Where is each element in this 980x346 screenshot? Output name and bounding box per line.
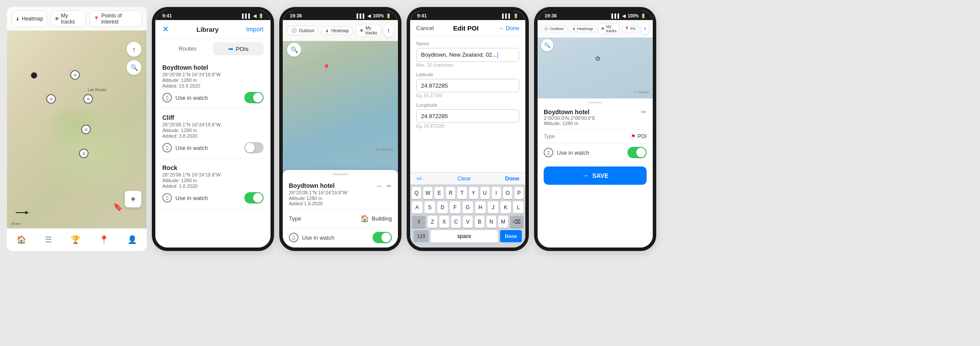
library-close-button[interactable]: ✕ xyxy=(162,24,169,34)
status-icons-2: ▌▌▌ ◀ 🔋 xyxy=(242,14,264,18)
tab-routes[interactable]: Routes xyxy=(162,42,213,55)
s3-tab-outdoor[interactable]: Outdoor xyxy=(287,26,319,35)
poi-watch-label-0: ⌚ Use in watch xyxy=(162,93,208,102)
key-k[interactable]: K xyxy=(500,201,511,214)
s5-tab-outdoor[interactable]: Outdoor xyxy=(541,25,567,32)
tracks-icon: 👁 xyxy=(55,16,59,21)
battery-icon-5: 🔋 xyxy=(641,14,646,18)
detail-type-val: ⚑ POI xyxy=(631,133,647,139)
map-tab-heatmap[interactable]: 🌡 Heatmap xyxy=(11,10,47,27)
detail-watch-icon: ⌚ xyxy=(544,148,553,157)
nav-list[interactable]: ☰ xyxy=(45,235,52,245)
key-p[interactable]: P xyxy=(514,187,524,199)
nav-trophy[interactable]: 🏆 xyxy=(71,235,80,245)
form-lon-input[interactable]: 24.972285 xyxy=(416,109,519,123)
s3-search-button[interactable]: 🔍 xyxy=(287,43,301,57)
key-j[interactable]: J xyxy=(488,201,498,214)
poi-toggle-1[interactable] xyxy=(244,142,264,153)
edit-done-button[interactable]: Done xyxy=(506,25,519,31)
map-bottom-nav: 🏠 ☰ 🏆 📍 👤 xyxy=(7,228,147,251)
key-r[interactable]: R xyxy=(446,187,455,199)
key-done[interactable]: Done xyxy=(500,230,522,242)
poi-icon: 📍 xyxy=(93,16,99,22)
key-e[interactable]: E xyxy=(435,187,444,199)
s5-tab-tracks[interactable]: 👁 My tracks xyxy=(598,23,620,34)
key-z[interactable]: Z xyxy=(428,216,437,228)
toggle-knob-1 xyxy=(245,143,255,153)
key-u[interactable]: U xyxy=(480,187,490,199)
screen-poi-detail: 19:36 ▌▌▌ ◀ 100% 🔋 Outdoor 🌡 Heatmap 👁 M… xyxy=(534,7,656,251)
detail-edit-button[interactable]: ✏ xyxy=(641,109,647,115)
bs-edit-button[interactable]: ✏ xyxy=(387,183,392,190)
key-h[interactable]: H xyxy=(475,201,486,214)
map-compass-button[interactable]: ↑ xyxy=(127,42,141,57)
detail-toggle[interactable] xyxy=(627,147,647,158)
key-b[interactable]: B xyxy=(475,216,484,228)
detail-header: Boydtown hotel 1°00'00.0"N 2°00'00.0"E A… xyxy=(538,106,653,130)
form-name-input[interactable]: Boydtown, New Zealand, 02... xyxy=(416,48,519,62)
map-tab-poi[interactable]: 📍 Points of interest xyxy=(89,10,142,27)
keyboard: +/- Clear Done Q W E R T Y U I O P xyxy=(410,172,525,248)
s3-tab-tracks[interactable]: 👁 My tracks xyxy=(356,24,381,37)
s5-navigate-button[interactable]: ↑ xyxy=(641,23,649,35)
edit-poi-content: Cancel Edit POI → Done Name Boydtown, Ne… xyxy=(410,20,525,248)
map-tab-tracks[interactable]: 👁 My tracks xyxy=(51,10,86,27)
edit-form: Name Boydtown, New Zealand, 02... Max. 3… xyxy=(410,37,525,172)
status-time-5: 19:36 xyxy=(545,13,557,18)
bs-toggle[interactable] xyxy=(373,232,392,243)
key-s[interactable]: S xyxy=(425,201,435,214)
edit-cancel-button[interactable]: Cancel xyxy=(416,25,434,31)
key-space[interactable]: space xyxy=(431,230,498,242)
key-m[interactable]: M xyxy=(498,216,508,228)
s3-navigate-button[interactable]: ↑ xyxy=(384,24,394,37)
edit-done-arrow-icon: → xyxy=(498,25,504,32)
kbd-row-2: ⇧ Z X C V B N M ⌫ xyxy=(412,216,524,228)
save-button[interactable]: → SAVE xyxy=(544,166,647,185)
map-bookmark[interactable]: 🔖 xyxy=(113,202,123,212)
tab-pois[interactable]: ➡ POIs xyxy=(213,42,264,55)
kbd-plus-minus-button[interactable]: +/- xyxy=(416,175,423,182)
key-l[interactable]: L xyxy=(513,201,524,214)
key-d[interactable]: D xyxy=(437,201,448,214)
key-q[interactable]: Q xyxy=(412,187,421,199)
key-n[interactable]: N xyxy=(487,216,496,228)
key-123[interactable]: 123 xyxy=(414,230,428,242)
key-t[interactable]: T xyxy=(457,187,466,199)
key-w[interactable]: W xyxy=(423,187,432,199)
key-y[interactable]: Y xyxy=(469,187,478,199)
map-zoom-plus-button[interactable]: + xyxy=(125,191,141,207)
key-x[interactable]: X xyxy=(439,216,449,228)
key-a[interactable]: A xyxy=(412,201,422,214)
key-f[interactable]: F xyxy=(450,201,460,214)
kbd-clear-button[interactable]: Clear xyxy=(457,175,471,182)
key-c[interactable]: C xyxy=(451,216,461,228)
form-lat-input[interactable]: 24.972285 xyxy=(416,79,519,92)
key-i[interactable]: I xyxy=(492,187,501,199)
edit-done-group[interactable]: → Done xyxy=(498,25,519,32)
nav-poi[interactable]: 📍 xyxy=(99,235,109,245)
detail-sheet: Boydtown hotel 1°00'00.0"N 2°00'00.0"E A… xyxy=(538,98,653,248)
kbd-row-0: Q W E R T Y U I O P xyxy=(412,187,524,199)
key-backspace[interactable]: ⌫ xyxy=(510,216,524,228)
bs-navigate-button[interactable]: → xyxy=(375,182,382,190)
key-shift[interactable]: ⇧ xyxy=(412,216,425,228)
map-search-button[interactable]: 🔍 xyxy=(127,60,141,75)
s5-tab-heatmap[interactable]: 🌡 Heatmap xyxy=(569,25,596,32)
poi-toggle-0[interactable] xyxy=(244,92,264,103)
poi-alt-0: Altitude: 1280 m xyxy=(162,78,264,83)
library-import-button[interactable]: Import xyxy=(246,26,264,33)
map-label-rosas: Las Rosas xyxy=(88,88,106,92)
poi-toggle-2[interactable] xyxy=(244,192,264,204)
poi-coords-0: 28°25'08.1"N 16°24'19.8"W xyxy=(162,72,264,77)
nav-home[interactable]: 🏠 xyxy=(17,235,26,245)
s5-search-button[interactable]: 🔍 xyxy=(541,39,553,51)
key-g[interactable]: G xyxy=(463,201,473,214)
key-o[interactable]: O xyxy=(503,187,512,199)
kbd-done-button[interactable]: Done xyxy=(505,175,520,182)
nav-profile[interactable]: 👤 xyxy=(127,235,137,245)
s5-tab-pc[interactable]: 📍 PC xyxy=(621,25,639,32)
s3-tab-heatmap[interactable]: 🌡 Heatmap xyxy=(321,27,353,35)
key-v[interactable]: V xyxy=(463,216,473,228)
detail-toggle-knob xyxy=(636,148,646,157)
bs-type-label: Type xyxy=(289,215,301,222)
